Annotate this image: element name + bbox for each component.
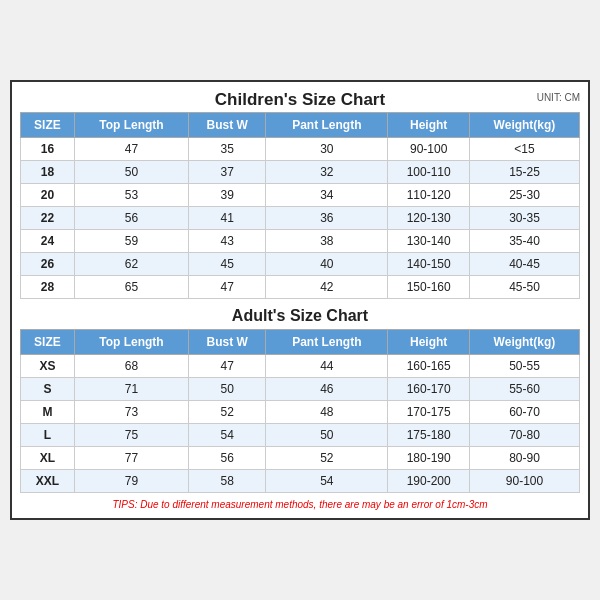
col-weight: Weight(kg)	[469, 113, 579, 138]
table-row: XXL795854190-20090-100	[21, 470, 580, 493]
col-top-length: Top Length	[74, 330, 188, 355]
table-row: 1647353090-100<15	[21, 138, 580, 161]
children-table: SIZE Top Length Bust W Pant Length Heigh…	[20, 112, 580, 299]
col-pant-length: Pant Length	[266, 330, 388, 355]
children-tbody: 1647353090-100<1518503732100-11015-25205…	[21, 138, 580, 299]
children-chart-title: Children's Size Chart UNIT: CM	[20, 90, 580, 110]
adult-tbody: XS684744160-16550-55S715046160-17055-60M…	[21, 355, 580, 493]
adult-table: SIZE Top Length Bust W Pant Length Heigh…	[20, 329, 580, 493]
col-weight: Weight(kg)	[469, 330, 579, 355]
adult-header-row: SIZE Top Length Bust W Pant Length Heigh…	[21, 330, 580, 355]
table-row: 20533934110-12025-30	[21, 184, 580, 207]
tips-text: TIPS: Due to different measurement metho…	[20, 499, 580, 510]
table-row: 26624540140-15040-45	[21, 253, 580, 276]
table-row: 28654742150-16045-50	[21, 276, 580, 299]
col-size: SIZE	[21, 330, 75, 355]
table-row: XS684744160-16550-55	[21, 355, 580, 378]
table-row: M735248170-17560-70	[21, 401, 580, 424]
table-row: L755450175-18070-80	[21, 424, 580, 447]
table-row: 22564136120-13030-35	[21, 207, 580, 230]
table-row: 24594338130-14035-40	[21, 230, 580, 253]
table-row: XL775652180-19080-90	[21, 447, 580, 470]
col-bust-w: Bust W	[189, 113, 266, 138]
col-height: Height	[388, 113, 470, 138]
children-header-row: SIZE Top Length Bust W Pant Length Heigh…	[21, 113, 580, 138]
adult-chart-title: Adult's Size Chart	[20, 299, 580, 329]
unit-label: UNIT: CM	[537, 92, 580, 103]
col-pant-length: Pant Length	[266, 113, 388, 138]
table-row: 18503732100-11015-25	[21, 161, 580, 184]
col-bust-w: Bust W	[189, 330, 266, 355]
col-top-length: Top Length	[74, 113, 188, 138]
col-size: SIZE	[21, 113, 75, 138]
chart-container: Children's Size Chart UNIT: CM SIZE Top …	[10, 80, 590, 520]
table-row: S715046160-17055-60	[21, 378, 580, 401]
col-height: Height	[388, 330, 470, 355]
